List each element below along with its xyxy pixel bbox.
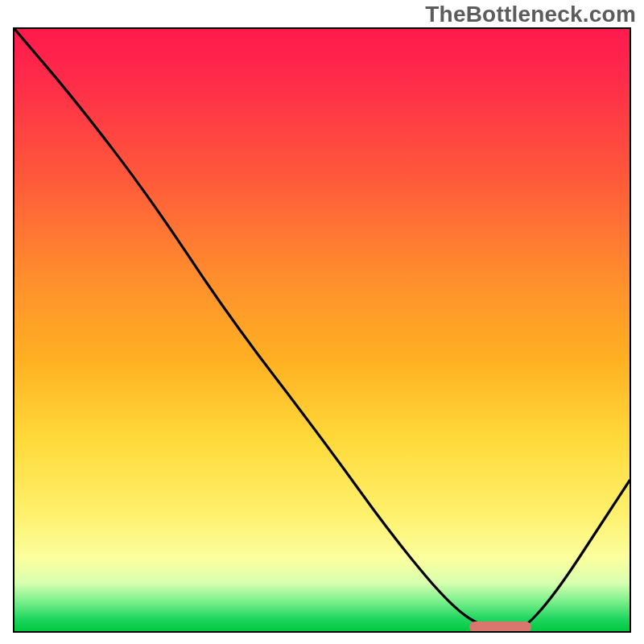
chart-container: TheBottleneck.com	[0, 0, 644, 644]
bottleneck-curve	[14, 29, 630, 631]
optimal-range-marker	[469, 621, 530, 633]
curve-path	[14, 29, 630, 631]
plot-area	[13, 27, 631, 633]
watermark-text: TheBottleneck.com	[425, 2, 636, 27]
